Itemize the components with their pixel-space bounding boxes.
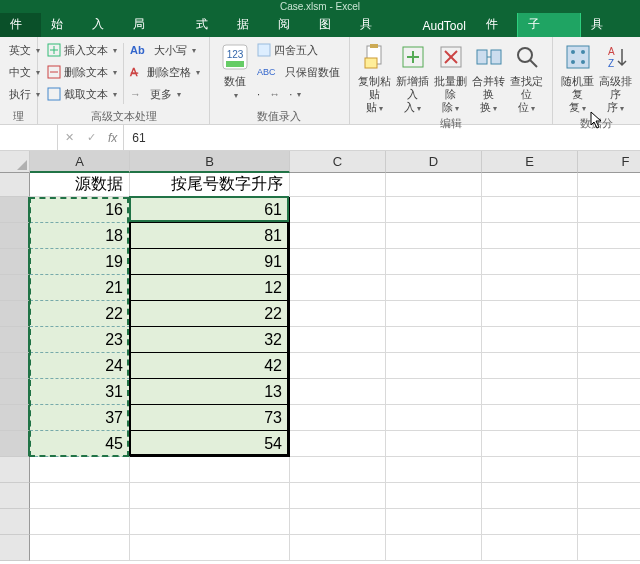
- cell[interactable]: [30, 457, 130, 483]
- btn-value[interactable]: 123 数值▾: [216, 39, 254, 108]
- cell[interactable]: [386, 379, 482, 405]
- btn-insert-text[interactable]: 插入文本▾: [44, 39, 120, 61]
- btn-dot-toggle[interactable]: · ↔ ·▾: [254, 83, 343, 105]
- cell[interactable]: 12: [130, 275, 290, 301]
- cell[interactable]: [482, 353, 578, 379]
- fx-icon[interactable]: fx: [102, 125, 124, 150]
- cell[interactable]: [386, 301, 482, 327]
- cell[interactable]: 21: [30, 275, 130, 301]
- row-header[interactable]: [0, 223, 30, 249]
- row-header[interactable]: [0, 535, 30, 561]
- cell[interactable]: [578, 197, 640, 223]
- enter-icon[interactable]: ✓: [80, 131, 102, 144]
- cell[interactable]: [290, 197, 386, 223]
- cell[interactable]: [290, 353, 386, 379]
- cell[interactable]: [578, 535, 640, 561]
- cell[interactable]: [290, 431, 386, 457]
- column-header-B[interactable]: B: [130, 151, 290, 173]
- btn-delete-text[interactable]: 删除文本▾: [44, 61, 120, 83]
- cell[interactable]: [578, 509, 640, 535]
- name-box[interactable]: [0, 125, 58, 150]
- cell[interactable]: [482, 483, 578, 509]
- row-header[interactable]: [0, 483, 30, 509]
- cell[interactable]: 22: [130, 301, 290, 327]
- cancel-icon[interactable]: ✕: [58, 131, 80, 144]
- tab-audtool[interactable]: AudTool: [413, 15, 476, 37]
- btn-new-insert[interactable]: 新增插入入▾: [394, 39, 432, 115]
- btn-merge-convert[interactable]: 合并转换换▾: [470, 39, 508, 115]
- row-header[interactable]: [0, 509, 30, 535]
- cell[interactable]: 54: [130, 431, 290, 457]
- column-header-E[interactable]: E: [482, 151, 578, 173]
- row-header[interactable]: [0, 173, 30, 197]
- cell[interactable]: 91: [130, 249, 290, 275]
- cell[interactable]: 18: [30, 223, 130, 249]
- cell[interactable]: [386, 509, 482, 535]
- cell[interactable]: [290, 535, 386, 561]
- cell[interactable]: [482, 249, 578, 275]
- row-header[interactable]: [0, 327, 30, 353]
- row-header[interactable]: [0, 431, 30, 457]
- cell[interactable]: [482, 223, 578, 249]
- btn-round[interactable]: 四舍五入: [254, 39, 343, 61]
- btn-case[interactable]: Ab 大小写▾: [127, 39, 203, 61]
- cell[interactable]: [386, 535, 482, 561]
- cell[interactable]: [482, 173, 578, 197]
- cell[interactable]: [482, 509, 578, 535]
- btn-find-locate[interactable]: 查找定位位▾: [508, 39, 546, 115]
- row-header[interactable]: [0, 249, 30, 275]
- cell[interactable]: [578, 301, 640, 327]
- cell[interactable]: [290, 275, 386, 301]
- cell[interactable]: 24: [30, 353, 130, 379]
- cell[interactable]: 13: [130, 379, 290, 405]
- cell[interactable]: [386, 353, 482, 379]
- cell[interactable]: [578, 173, 640, 197]
- cell[interactable]: 81: [130, 223, 290, 249]
- row-header[interactable]: [0, 301, 30, 327]
- cell[interactable]: [482, 405, 578, 431]
- cell[interactable]: [130, 483, 290, 509]
- cell[interactable]: [482, 535, 578, 561]
- cell[interactable]: [290, 405, 386, 431]
- cell[interactable]: [290, 457, 386, 483]
- cell[interactable]: [578, 405, 640, 431]
- cell[interactable]: [290, 173, 386, 197]
- column-header-F[interactable]: F: [578, 151, 640, 173]
- cell[interactable]: [290, 379, 386, 405]
- btn-keep-value[interactable]: ABC 只保留数值: [254, 61, 343, 83]
- cell[interactable]: [130, 509, 290, 535]
- cell[interactable]: [482, 197, 578, 223]
- row-header[interactable]: [0, 457, 30, 483]
- cell[interactable]: [30, 509, 130, 535]
- cell[interactable]: [482, 275, 578, 301]
- cell[interactable]: [30, 535, 130, 561]
- cell[interactable]: [482, 457, 578, 483]
- column-header-A[interactable]: A: [30, 151, 130, 173]
- cell[interactable]: [290, 509, 386, 535]
- cell[interactable]: [578, 327, 640, 353]
- column-header-D[interactable]: D: [386, 151, 482, 173]
- formula-bar[interactable]: 61: [124, 131, 640, 145]
- cell[interactable]: 31: [30, 379, 130, 405]
- select-all-corner[interactable]: [0, 151, 30, 173]
- cell[interactable]: [386, 327, 482, 353]
- cell[interactable]: [386, 405, 482, 431]
- btn-adv-sort[interactable]: AZ高级排序序▾: [597, 39, 635, 115]
- cell[interactable]: [290, 249, 386, 275]
- cell[interactable]: [386, 275, 482, 301]
- cell[interactable]: [578, 353, 640, 379]
- cell[interactable]: [290, 301, 386, 327]
- cell[interactable]: [386, 483, 482, 509]
- cell[interactable]: 61: [130, 197, 290, 223]
- cell[interactable]: 23: [30, 327, 130, 353]
- cell[interactable]: [578, 249, 640, 275]
- cell[interactable]: [578, 431, 640, 457]
- btn-random-dup[interactable]: 随机重复复▾: [559, 39, 597, 115]
- cell[interactable]: [578, 275, 640, 301]
- cell[interactable]: [578, 457, 640, 483]
- cell[interactable]: [386, 249, 482, 275]
- cell[interactable]: 42: [130, 353, 290, 379]
- cell[interactable]: 37: [30, 405, 130, 431]
- cell[interactable]: [386, 197, 482, 223]
- cell[interactable]: [290, 483, 386, 509]
